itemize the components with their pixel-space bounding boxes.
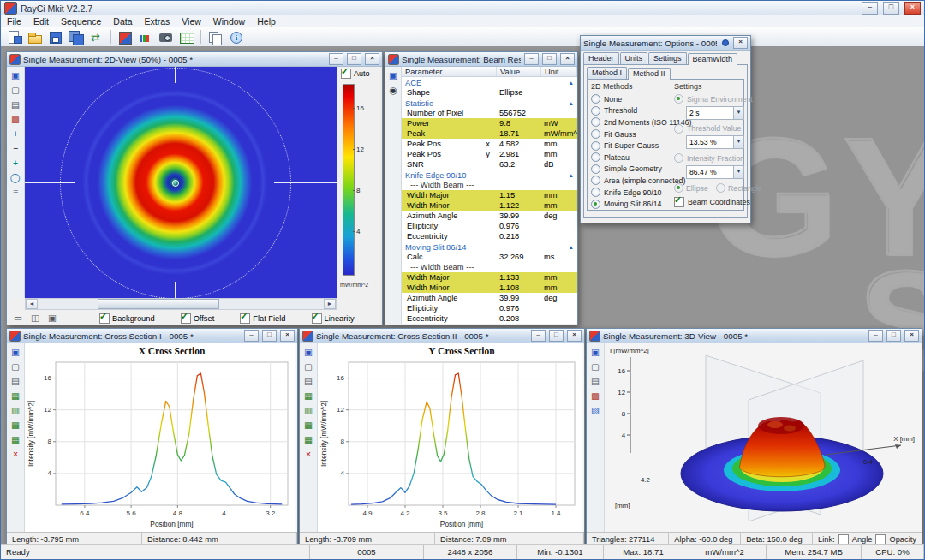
- window-crossx-titlebar[interactable]: Single Measurement: Cross Section I - 00…: [7, 329, 297, 343]
- save-button[interactable]: ▣: [8, 69, 23, 82]
- chevron-down-icon[interactable]: [733, 136, 743, 148]
- print-button[interactable]: ▤: [588, 374, 603, 388]
- table-row[interactable]: Width Major1.15mm: [402, 190, 577, 200]
- save-button[interactable]: ▣: [385, 69, 401, 82]
- close-button[interactable]: [280, 330, 295, 342]
- copy-button[interactable]: [205, 28, 225, 45]
- close-button[interactable]: [567, 330, 582, 342]
- table-row[interactable]: Azimuth Angle39.99deg: [402, 293, 577, 303]
- maximize-button[interactable]: [347, 53, 361, 65]
- fit-gauss-radio[interactable]: [591, 129, 600, 139]
- minimize-button[interactable]: [868, 330, 883, 342]
- window-2d-titlebar[interactable]: Single Measurement: 2D-View (50%) - 0005…: [7, 52, 382, 67]
- del-button[interactable]: ×: [301, 447, 316, 461]
- palette-button[interactable]: ▩: [8, 112, 23, 126]
- colors-button[interactable]: [115, 28, 135, 45]
- subtab-method-i[interactable]: Method I: [587, 67, 627, 79]
- 2nd-moments-iso-11146-radio[interactable]: [591, 117, 600, 127]
- copy-button[interactable]: ▢: [301, 360, 316, 373]
- eye-button[interactable]: ◉: [385, 83, 401, 97]
- zoom-in-button[interactable]: +: [8, 127, 23, 140]
- table-row[interactable]: Statistic: [402, 98, 577, 108]
- table-row[interactable]: Width Major1.133mm: [402, 272, 577, 283]
- camera-button[interactable]: [156, 28, 176, 45]
- tab-header[interactable]: Header: [583, 52, 619, 64]
- table-row[interactable]: Knife Edge 90/10: [402, 170, 577, 180]
- crosshair-button[interactable]: +: [8, 156, 23, 170]
- link-angle-checkbox[interactable]: [838, 534, 849, 545]
- table2-button[interactable]: ▥: [8, 403, 23, 417]
- menu-view[interactable]: View: [176, 16, 207, 27]
- moving-slit-86-14-radio[interactable]: [591, 200, 600, 209]
- menu-help[interactable]: Help: [251, 16, 282, 27]
- knife-edge-90-10-radio[interactable]: [591, 188, 600, 197]
- table-button[interactable]: [176, 28, 197, 45]
- menu-window[interactable]: Window: [207, 16, 251, 27]
- threshold-radio[interactable]: [591, 106, 600, 116]
- threshold-value-radio[interactable]: [674, 124, 683, 134]
- beam-2d-viewport[interactable]: [25, 67, 337, 298]
- background-checkbox[interactable]: [99, 313, 110, 324]
- save-button[interactable]: ▣: [8, 345, 23, 359]
- maximize-button[interactable]: [886, 330, 901, 342]
- table-row[interactable]: Ellipticity0.976: [402, 221, 577, 231]
- layout-b-button[interactable]: ◫: [27, 312, 43, 325]
- main-titlebar[interactable]: RayCi Mkit V2.2.7: [1, 1, 924, 16]
- grid-button[interactable]: ▦: [301, 389, 316, 402]
- print-button[interactable]: ▤: [8, 374, 23, 388]
- sigma-environment-radio[interactable]: [674, 94, 683, 104]
- plateau-radio[interactable]: [591, 152, 600, 162]
- table-row[interactable]: --- Width Beam ---: [402, 180, 577, 190]
- collapse-arrow-icon[interactable]: [541, 77, 577, 88]
- subtab-method-ii[interactable]: Method II: [628, 68, 671, 80]
- del-button[interactable]: ×: [8, 447, 23, 461]
- table-row[interactable]: Peak Posy2.981mm: [402, 149, 577, 159]
- copy-button[interactable]: ▢: [8, 360, 23, 373]
- table-row[interactable]: Moving Slit 86/14: [402, 241, 577, 252]
- save-all-button[interactable]: [66, 28, 87, 45]
- table-row[interactable]: ACE: [402, 77, 577, 87]
- info-button[interactable]: [225, 28, 246, 45]
- close-button[interactable]: [560, 53, 575, 65]
- grid-button[interactable]: ▦: [8, 418, 23, 432]
- copy-button[interactable]: ▢: [588, 360, 603, 373]
- table-row[interactable]: Width Minor1.122mm: [402, 200, 577, 211]
- window-options-titlebar[interactable]: Single Measurement: Options - 0005: [581, 36, 750, 51]
- linearity-checkbox[interactable]: [312, 313, 322, 324]
- save-button[interactable]: ▣: [588, 345, 603, 359]
- menu-file[interactable]: File: [1, 16, 27, 27]
- cube-button[interactable]: ▧: [588, 403, 603, 417]
- tab-beamwidth[interactable]: BeamWidth: [688, 53, 738, 65]
- tab-settings[interactable]: Settings: [648, 52, 687, 64]
- auto-scale-checkbox[interactable]: [341, 69, 351, 79]
- scrollbar-thumb[interactable]: [98, 299, 219, 309]
- save-button[interactable]: ▣: [301, 345, 316, 359]
- window-minimize-button[interactable]: [862, 2, 878, 15]
- maximize-button[interactable]: [549, 330, 564, 342]
- y-cross-section-plot[interactable]: 4812164.94.23.52.82.11.4Y Cross SectionP…: [318, 343, 583, 531]
- link-opacity-checkbox[interactable]: [875, 534, 886, 545]
- beam-coordinates-checkbox[interactable]: [674, 197, 684, 207]
- threshold-value-combo[interactable]: 13.53 %: [686, 135, 744, 149]
- collapse-arrow-icon[interactable]: [541, 170, 577, 181]
- none-radio[interactable]: [591, 94, 600, 104]
- offset-checkbox[interactable]: [181, 313, 191, 324]
- fit-super-gauss-radio[interactable]: [591, 141, 600, 151]
- table2-button[interactable]: ▥: [301, 403, 316, 417]
- window-crossy-titlebar[interactable]: Single Measurement: Cross Section II - 0…: [300, 329, 584, 343]
- chevron-down-icon[interactable]: [733, 166, 743, 178]
- sigma-environment-combo[interactable]: 2 s: [686, 106, 744, 120]
- window-3d-titlebar[interactable]: Single Measurement: 3D-View - 0005 *: [587, 329, 922, 343]
- menu-sequence[interactable]: Sequence: [55, 16, 107, 27]
- open-button[interactable]: [25, 28, 45, 45]
- minimize-button[interactable]: [244, 330, 259, 342]
- layout-a-button[interactable]: ▭: [10, 312, 26, 325]
- grid-button[interactable]: ▦: [301, 432, 316, 446]
- menu-extras[interactable]: Extras: [139, 16, 176, 27]
- tab-units[interactable]: Units: [620, 52, 648, 64]
- grid-button[interactable]: ▦: [8, 432, 23, 446]
- save-button[interactable]: [45, 28, 66, 45]
- table-row[interactable]: Number of Pixel556752: [402, 108, 577, 118]
- transfer-button[interactable]: [87, 28, 107, 45]
- table-row[interactable]: --- Width Beam ---: [402, 262, 577, 272]
